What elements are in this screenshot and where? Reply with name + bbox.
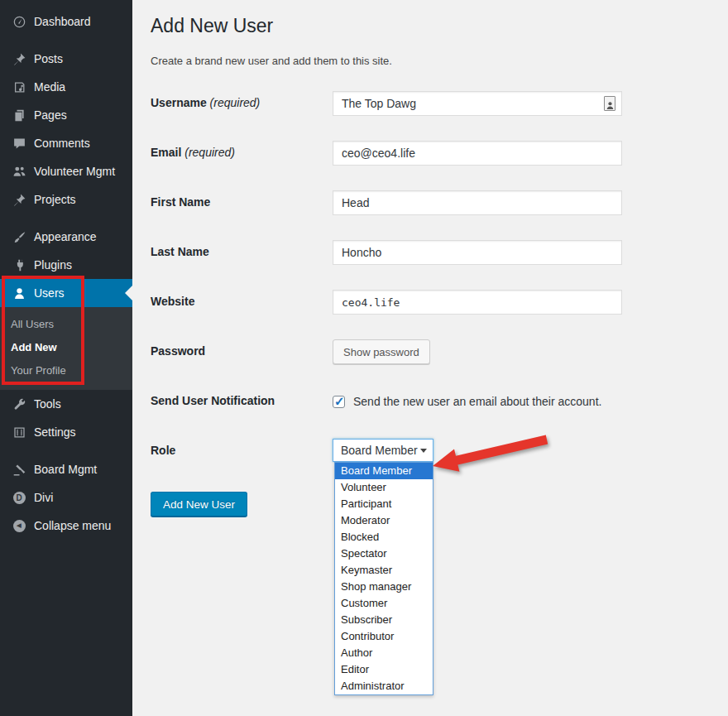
sidebar-item-label: Media [34, 80, 65, 94]
sidebar-item-comments[interactable]: Comments [0, 129, 132, 157]
role-option-shop-manager[interactable]: Shop manager [335, 579, 433, 595]
pages-icon [11, 107, 27, 123]
role-option-editor[interactable]: Editor [335, 661, 433, 678]
sidebar-item-label: Appearance [34, 230, 97, 243]
website-input[interactable] [333, 290, 622, 315]
main-content: Add New User Create a brand new user and… [132, 0, 728, 716]
role-option-customer[interactable]: Customer [335, 595, 433, 612]
media-icon [11, 79, 27, 95]
website-label: Website [151, 290, 333, 308]
sidebar-menu-top: Dashboard Posts Media Pages Comments [0, 7, 132, 307]
role-option-moderator[interactable]: Moderator [335, 512, 433, 529]
pushpin-icon [11, 50, 27, 67]
paintbrush-icon [11, 228, 27, 245]
first-name-label: First Name [151, 190, 333, 209]
users-submenu: All Users Add New Your Profile [0, 307, 132, 390]
sidebar-item-label: Users [34, 286, 65, 300]
settings-icon [11, 424, 27, 440]
email-row: Email (required) [151, 141, 695, 166]
role-option-spectator[interactable]: Spectator [335, 545, 433, 562]
show-password-button[interactable]: Show password [333, 339, 430, 364]
first-name-input[interactable] [333, 190, 622, 215]
password-row: Password Show password [151, 339, 695, 364]
sidebar-item-label: Tools [34, 397, 61, 411]
sidebar-item-collapse-menu[interactable]: ◀ Collapse menu [0, 512, 132, 540]
website-row: Website [151, 290, 695, 315]
sidebar-subitem-add-new[interactable]: Add New [0, 336, 132, 359]
sidebar-item-label: Settings [34, 425, 76, 439]
sidebar-item-label: Volunteer Mgmt [34, 165, 115, 178]
role-selected-value: Board Member [341, 444, 418, 457]
sidebar-item-label: Collapse menu [34, 519, 111, 532]
sidebar-item-label: Comments [34, 137, 90, 150]
sidebar-item-settings[interactable]: Settings [0, 418, 132, 446]
sidebar-subitem-all-users[interactable]: All Users [0, 313, 132, 336]
sidebar-item-divi[interactable]: D Divi [0, 483, 132, 512]
role-option-author[interactable]: Author [335, 645, 433, 661]
sidebar-item-projects[interactable]: Projects [0, 185, 132, 214]
sidebar-item-posts[interactable]: Posts [0, 45, 132, 73]
sidebar-item-label: Projects [34, 193, 76, 206]
page-subtitle: Create a brand new user and add them to … [151, 55, 695, 67]
role-select[interactable]: Board Member [333, 439, 433, 462]
role-row: Role Board Member Board Member Volunteer… [151, 439, 695, 462]
divi-icon: D [11, 489, 27, 506]
role-dropdown-list: Board Member Volunteer Participant Moder… [334, 462, 433, 695]
wrench-icon [11, 396, 27, 412]
username-row: Username (required) [151, 91, 695, 116]
sidebar-item-pages[interactable]: Pages [0, 101, 132, 129]
pushpin-icon [11, 191, 27, 208]
people-group-icon [11, 163, 27, 180]
last-name-label: Last Name [151, 240, 333, 258]
sidebar-item-tools[interactable]: Tools [0, 390, 132, 418]
first-name-row: First Name [151, 190, 695, 215]
sidebar-item-label: Dashboard [34, 15, 91, 28]
email-label: Email (required) [151, 141, 333, 159]
autofill-person-icon[interactable] [604, 96, 615, 111]
send-notification-checkbox[interactable] [333, 396, 345, 408]
page-title: Add New User [151, 15, 695, 37]
role-option-volunteer[interactable]: Volunteer [335, 479, 433, 496]
username-label: Username (required) [151, 91, 333, 109]
sidebar-item-label: Board Mgmt [34, 463, 97, 476]
admin-sidebar: Dashboard Posts Media Pages Comments [0, 0, 132, 716]
gavel-icon [11, 461, 27, 478]
sidebar-item-users[interactable]: Users [0, 279, 132, 307]
role-option-participant[interactable]: Participant [335, 496, 433, 512]
plugin-icon [11, 257, 27, 273]
username-input[interactable] [333, 91, 622, 116]
add-user-form: Username (required) Email (required) Fir… [151, 91, 695, 517]
sidebar-item-plugins[interactable]: Plugins [0, 251, 132, 279]
role-option-administrator[interactable]: Administrator [335, 678, 433, 694]
last-name-input[interactable] [333, 240, 622, 265]
user-icon [11, 285, 27, 301]
sidebar-item-label: Pages [34, 108, 67, 122]
sidebar-menu-bottom: Tools Settings Board Mgmt D Divi ◀ Colla… [0, 390, 132, 540]
role-option-contributor[interactable]: Contributor [335, 628, 433, 645]
send-notification-checkbox-label: Send the new user an email about their a… [353, 395, 601, 408]
sidebar-item-media[interactable]: Media [0, 73, 132, 101]
sidebar-item-board-mgmt[interactable]: Board Mgmt [0, 455, 132, 483]
send-user-notification-label: Send User Notification [151, 389, 333, 407]
sidebar-item-label: Posts [34, 52, 63, 65]
role-option-subscriber[interactable]: Subscriber [335, 612, 433, 628]
password-label: Password [151, 339, 333, 358]
email-input[interactable] [333, 141, 622, 166]
sidebar-item-dashboard[interactable]: Dashboard [0, 7, 132, 36]
sidebar-subitem-your-profile[interactable]: Your Profile [0, 359, 132, 382]
caret-down-icon [420, 449, 427, 453]
sidebar-item-label: Divi [34, 491, 53, 504]
sidebar-item-appearance[interactable]: Appearance [0, 223, 132, 251]
notification-row: Send User Notification Send the new user… [151, 389, 695, 414]
role-option-keymaster[interactable]: Keymaster [335, 562, 433, 579]
role-label: Role [151, 439, 333, 457]
add-new-user-button[interactable]: Add New User [151, 492, 247, 517]
last-name-row: Last Name [151, 240, 695, 265]
collapse-icon: ◀ [11, 517, 27, 534]
sidebar-item-label: Plugins [34, 258, 72, 272]
role-option-board-member[interactable]: Board Member [335, 463, 433, 479]
comments-icon [11, 135, 27, 151]
sidebar-item-volunteer-mgmt[interactable]: Volunteer Mgmt [0, 157, 132, 185]
dashboard-icon [11, 13, 27, 30]
role-option-blocked[interactable]: Blocked [335, 529, 433, 545]
